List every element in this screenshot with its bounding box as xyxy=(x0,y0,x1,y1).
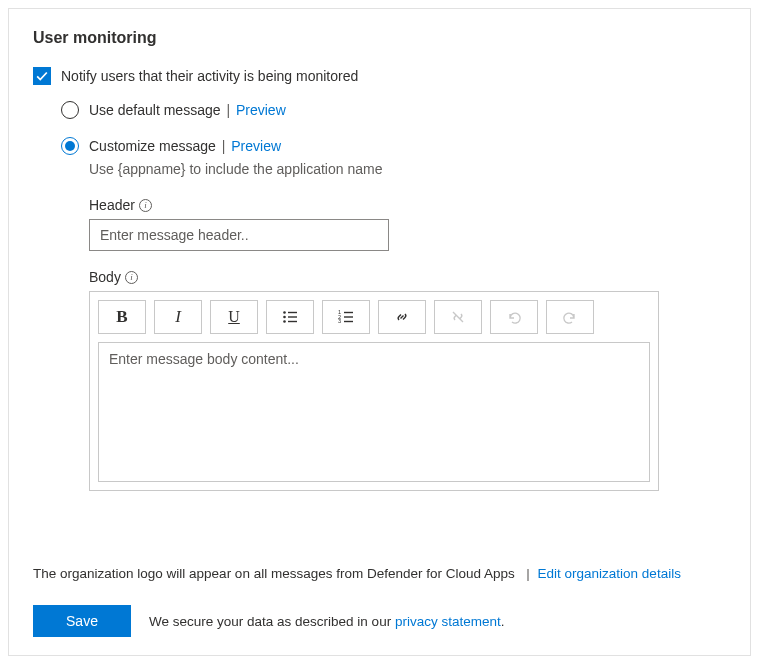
custom-hint: Use {appname} to include the application… xyxy=(89,161,726,177)
privacy-link[interactable]: privacy statement xyxy=(395,614,501,629)
logo-notice-text: The organization logo will appear on all… xyxy=(33,566,515,581)
editor-toolbar: B I U 123 xyxy=(90,292,658,342)
numbered-list-icon: 123 xyxy=(338,309,354,325)
notify-checkbox[interactable] xyxy=(33,67,51,85)
radio-custom[interactable] xyxy=(61,137,79,155)
section-title: User monitoring xyxy=(33,29,726,47)
svg-rect-3 xyxy=(288,316,297,317)
bold-button[interactable]: B xyxy=(98,300,146,334)
separator: | xyxy=(222,138,230,154)
rich-editor: B I U 123 xyxy=(89,291,659,491)
save-button[interactable]: Save xyxy=(33,605,131,637)
bullet-list-button[interactable] xyxy=(266,300,314,334)
radio-default[interactable] xyxy=(61,101,79,119)
undo-button xyxy=(490,300,538,334)
notify-label: Notify users that their activity is bein… xyxy=(61,68,358,84)
body-label: Body xyxy=(89,269,121,285)
info-icon[interactable]: i xyxy=(125,271,138,284)
option-default: Use default message | Preview xyxy=(61,101,726,119)
edit-org-link[interactable]: Edit organization details xyxy=(538,566,681,581)
svg-rect-11 xyxy=(344,321,353,322)
notify-checkbox-row: Notify users that their activity is bein… xyxy=(33,67,726,85)
privacy-text: We secure your data as described in our … xyxy=(149,614,504,629)
redo-button xyxy=(546,300,594,334)
redo-icon xyxy=(562,309,578,325)
body-group: Body i B I U 123 xyxy=(89,269,726,491)
header-label: Header xyxy=(89,197,135,213)
underline-icon: U xyxy=(228,308,240,326)
italic-icon: I xyxy=(175,307,181,327)
undo-icon xyxy=(506,309,522,325)
radio-custom-label: Customize message xyxy=(89,138,216,154)
check-icon xyxy=(35,69,49,83)
svg-rect-5 xyxy=(288,321,297,322)
user-monitoring-panel: User monitoring Notify users that their … xyxy=(8,8,751,656)
svg-point-0 xyxy=(283,311,286,314)
preview-custom-link[interactable]: Preview xyxy=(231,138,281,154)
bullet-list-icon xyxy=(282,309,298,325)
svg-rect-7 xyxy=(344,312,353,313)
header-group: Header i xyxy=(89,197,726,251)
info-icon[interactable]: i xyxy=(139,199,152,212)
body-editor[interactable]: Enter message body content... xyxy=(98,342,650,482)
footer-bar: Save We secure your data as described in… xyxy=(9,591,750,655)
underline-button[interactable]: U xyxy=(210,300,258,334)
logo-notice-row: The organization logo will appear on all… xyxy=(33,566,681,581)
svg-rect-9 xyxy=(344,316,353,317)
unlink-icon xyxy=(450,309,466,325)
separator: | xyxy=(226,102,234,118)
preview-default-link[interactable]: Preview xyxy=(236,102,286,118)
link-button[interactable] xyxy=(378,300,426,334)
radio-group: Use default message | Preview Customize … xyxy=(33,101,726,491)
svg-point-4 xyxy=(283,320,286,323)
unlink-button xyxy=(434,300,482,334)
option-custom: Customize message | Preview Use {appname… xyxy=(61,137,726,491)
radio-default-label: Use default message xyxy=(89,102,221,118)
svg-point-2 xyxy=(283,316,286,319)
link-icon xyxy=(394,309,410,325)
svg-rect-1 xyxy=(288,312,297,313)
header-input[interactable] xyxy=(89,219,389,251)
numbered-list-button[interactable]: 123 xyxy=(322,300,370,334)
separator: | xyxy=(519,566,534,581)
bold-icon: B xyxy=(116,307,127,327)
italic-button[interactable]: I xyxy=(154,300,202,334)
svg-text:3: 3 xyxy=(338,318,341,324)
